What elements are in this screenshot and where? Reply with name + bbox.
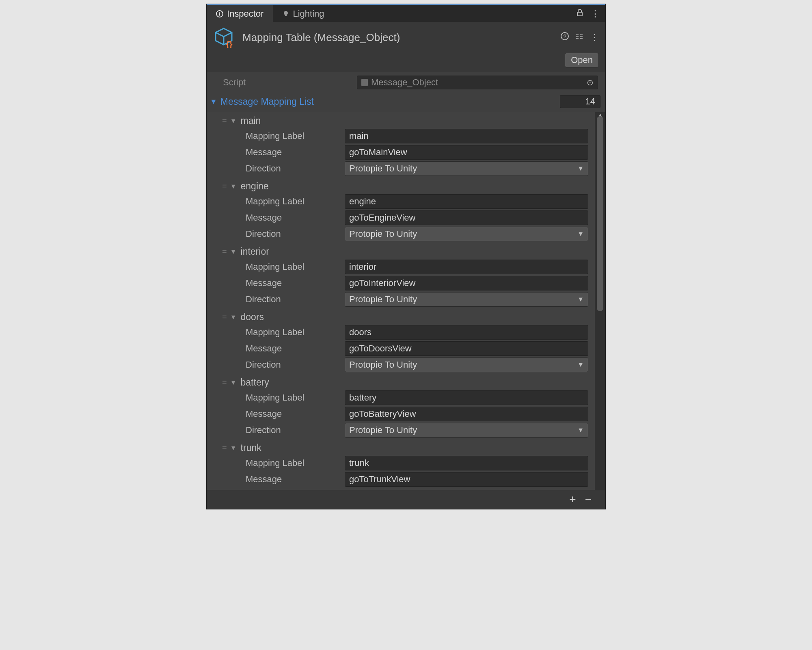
item-header[interactable]: =▼interior (207, 245, 595, 259)
mapping_label-input[interactable] (345, 194, 588, 209)
foldout-arrow-icon[interactable]: ▼ (230, 314, 237, 321)
foldout-arrow-icon[interactable]: ▼ (210, 98, 217, 106)
foldout-arrow-icon[interactable]: ▼ (230, 183, 237, 190)
help-icon[interactable]: ? (561, 32, 569, 43)
svg-rect-1 (219, 13, 220, 15)
chevron-down-icon: ▼ (577, 296, 584, 303)
item-header[interactable]: =▼engine (207, 179, 595, 193)
item-header[interactable]: =▼main (207, 114, 595, 128)
property-row-message: Message (207, 275, 595, 291)
property-label: Direction (246, 229, 341, 239)
drag-handle-icon[interactable]: = (222, 116, 226, 126)
property-label: Message (246, 278, 341, 288)
item-name: doors (241, 312, 264, 323)
property-label: Mapping Label (246, 392, 341, 403)
property-row-mapping_label: Mapping Label (207, 259, 595, 275)
property-label: Direction (246, 360, 341, 370)
message-input[interactable] (345, 341, 588, 356)
chevron-down-icon: ▼ (577, 361, 584, 368)
property-row-mapping_label: Mapping Label (207, 324, 595, 340)
drag-handle-icon[interactable]: = (222, 182, 226, 191)
scroll-thumb[interactable] (597, 116, 603, 311)
tab-lighting[interactable]: Lighting (273, 5, 333, 22)
preset-icon[interactable] (575, 32, 583, 43)
item-header[interactable]: =▼trunk (207, 441, 595, 455)
list-title: Message Mapping List (220, 96, 557, 107)
svg-rect-12 (576, 36, 579, 37)
item-header[interactable]: =▼doors (207, 310, 595, 324)
svg-rect-4 (285, 15, 287, 16)
drag-handle-icon[interactable]: = (222, 312, 226, 322)
svg-point-3 (284, 11, 288, 15)
item-name: interior (241, 246, 269, 257)
tab-bar: Inspector Lighting ⋮ (207, 4, 605, 22)
property-row-mapping_label: Mapping Label (207, 193, 595, 210)
property-row-message: Message (207, 144, 595, 160)
message-input[interactable] (345, 407, 588, 421)
chevron-down-icon: ▼ (577, 230, 584, 238)
tab-inspector[interactable]: Inspector (207, 5, 273, 22)
svg-text:?: ? (563, 33, 566, 39)
dropdown-value: Protopie To Unity (349, 425, 417, 436)
list-count[interactable]: 14 (560, 95, 600, 108)
foldout-arrow-icon[interactable]: ▼ (230, 117, 237, 125)
tab-bar-actions: ⋮ (576, 5, 605, 22)
property-row-message: Message (207, 406, 595, 422)
property-row-direction: DirectionProtopie To Unity▼ (207, 291, 595, 308)
property-row-direction: DirectionProtopie To Unity▼ (207, 357, 595, 373)
remove-item-button[interactable]: − (585, 493, 592, 506)
direction-dropdown[interactable]: Protopie To Unity▼ (345, 423, 588, 438)
list-item: =▼engineMapping LabelMessageDirectionPro… (207, 179, 595, 242)
mapping_label-input[interactable] (345, 390, 588, 405)
add-item-button[interactable]: + (569, 493, 576, 506)
list-body: =▼mainMapping LabelMessageDirectionProto… (207, 112, 595, 490)
dropdown-value: Protopie To Unity (349, 360, 417, 370)
item-header[interactable]: =▼battery (207, 375, 595, 390)
property-row-direction: DirectionProtopie To Unity▼ (207, 226, 595, 242)
mapping_label-input[interactable] (345, 325, 588, 340)
tab-menu-icon[interactable]: ⋮ (591, 9, 600, 19)
message-input[interactable] (345, 145, 588, 160)
message-input[interactable] (345, 472, 588, 487)
property-label: Direction (246, 163, 341, 174)
drag-handle-icon[interactable]: = (222, 378, 226, 387)
inspector-panel: Inspector Lighting ⋮ {} (207, 4, 605, 509)
list-item: =▼mainMapping LabelMessageDirectionProto… (207, 114, 595, 177)
foldout-arrow-icon[interactable]: ▼ (230, 379, 237, 386)
foldout-arrow-icon[interactable]: ▼ (230, 248, 237, 256)
property-label: Message (246, 212, 341, 223)
direction-dropdown[interactable]: Protopie To Unity▼ (345, 292, 588, 307)
mapping_label-input[interactable] (345, 456, 588, 470)
mapping_label-input[interactable] (345, 260, 588, 274)
foldout-arrow-icon[interactable]: ▼ (230, 444, 237, 452)
svg-rect-5 (577, 12, 582, 16)
mapping_label-input[interactable] (345, 129, 588, 143)
open-button[interactable]: Open (565, 53, 599, 67)
script-field[interactable]: Message_Object (357, 76, 598, 89)
property-label: Mapping Label (246, 131, 341, 141)
scrollbar[interactable]: ▴ (595, 112, 605, 490)
direction-dropdown[interactable]: Protopie To Unity▼ (345, 161, 588, 176)
direction-dropdown[interactable]: Protopie To Unity▼ (345, 227, 588, 241)
message-input[interactable] (345, 276, 588, 290)
svg-text:{}: {} (226, 40, 233, 48)
svg-rect-13 (576, 38, 579, 39)
object-picker-icon[interactable] (587, 78, 594, 87)
script-file-icon (361, 79, 368, 86)
lock-icon[interactable] (576, 9, 583, 19)
property-label: Mapping Label (246, 196, 341, 207)
component-menu-icon[interactable]: ⋮ (590, 32, 599, 43)
property-row-mapping_label: Mapping Label (207, 390, 595, 406)
drag-handle-icon[interactable]: = (222, 443, 226, 453)
item-name: trunk (241, 442, 261, 453)
drag-handle-icon[interactable]: = (222, 247, 226, 256)
dropdown-value: Protopie To Unity (349, 294, 417, 305)
direction-dropdown[interactable]: Protopie To Unity▼ (345, 358, 588, 372)
list-header[interactable]: ▼ Message Mapping List 14 (207, 93, 605, 112)
property-row-message: Message (207, 210, 595, 226)
message-input[interactable] (345, 210, 588, 225)
item-name: main (241, 115, 261, 126)
property-row-message: Message (207, 471, 595, 488)
item-name: engine (241, 181, 269, 192)
property-label: Mapping Label (246, 327, 341, 338)
